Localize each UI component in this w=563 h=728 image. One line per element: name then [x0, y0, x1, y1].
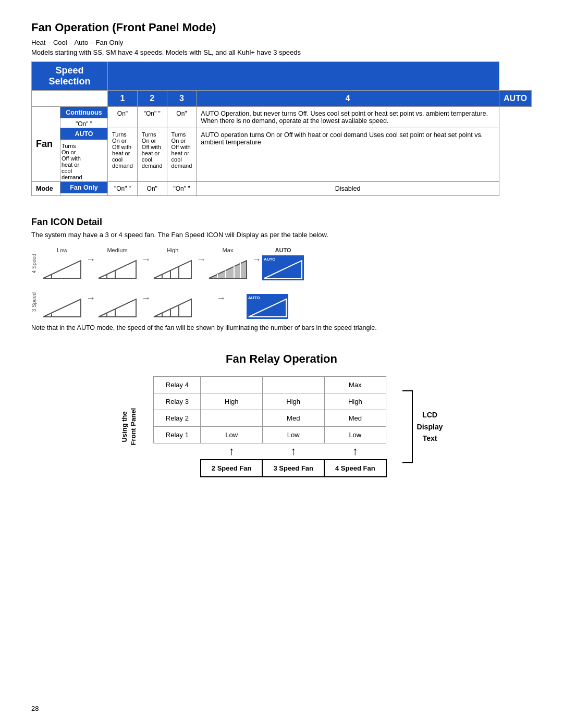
col-header-3: 3 — [167, 91, 197, 107]
relay3-col4: High — [324, 393, 386, 410]
fan-relay-title: Fan Relay Operation — [31, 352, 532, 366]
relay-row-3: Relay 3 High High High — [154, 393, 386, 410]
svg-marker-5 — [154, 261, 191, 278]
relay-row-1: Relay 1 Low Low Low — [154, 427, 386, 443]
relay2-label: Relay 2 — [154, 410, 201, 427]
fan-icon-description: The system may have a 3 or 4 speed fan. … — [31, 231, 532, 239]
fan-row-label: Fan — [32, 107, 60, 182]
fan-only-cell: Fan Only — [60, 182, 107, 196]
fan-icon-note: Note that in the AUTO mode, the speed of… — [31, 324, 532, 331]
relay1-label: Relay 1 — [154, 427, 201, 443]
auto-label-cell: AUTO TurnsOn orOff withheat orcooldemand — [60, 128, 107, 182]
fan-relay-section: Fan Relay Operation Using theFront Panel… — [31, 352, 532, 477]
fan-icon-high — [152, 255, 193, 280]
relay4-col3 — [262, 377, 324, 393]
speed-low-item: Low — [41, 247, 83, 280]
3speed-medium-item: Med — [96, 286, 138, 319]
relay-right-label: LCD Display Text — [417, 409, 443, 444]
relay1-col3: Low — [262, 427, 324, 443]
relay-left-label: Using theFront Panel — [120, 408, 138, 446]
4-speed-row: 4 Speed Low → Medium — [31, 247, 532, 280]
svg-marker-9 — [209, 261, 247, 278]
mode-label: Mode — [32, 182, 60, 196]
relay2-col3: Med — [262, 410, 324, 427]
relay-bracket — [402, 390, 413, 463]
3speed-low-item: Low — [41, 286, 83, 319]
relay3-col3: High — [262, 393, 324, 410]
speed-selection-header: Speed Selection — [32, 62, 108, 91]
3-speed-row: 3 Speed Low → Med — [31, 286, 532, 319]
col-header-4: 4 — [197, 91, 499, 107]
3fan-icon-high — [152, 294, 193, 319]
relay-table: Relay 4 Max Relay 3 High High High Relay… — [153, 376, 386, 477]
col-3-speed-fan: 3 Speed Fan — [262, 460, 324, 477]
fan-icon-section: Fan ICON Detail The system may have a 3 … — [31, 217, 532, 331]
continuous-label-cell: Continuous "On" " — [60, 107, 107, 128]
svg-marker-24 — [249, 299, 286, 317]
speed-selection-table: Speed Selection 1 2 3 4 AUTO Fan Continu… — [31, 61, 532, 196]
3-speed-label: 3 Speed — [31, 292, 37, 312]
svg-marker-20 — [154, 299, 191, 317]
relay1-col2: Low — [201, 427, 263, 443]
fan-icon-medium — [96, 255, 138, 280]
svg-marker-14 — [264, 261, 302, 278]
relay2-col4: Med — [324, 410, 386, 427]
auto-auto-col: AUTO operation turns On or Off with heat… — [197, 128, 499, 182]
fan-icon-max — [207, 255, 249, 280]
svg-marker-17 — [99, 299, 136, 317]
relay-row-4: Relay 4 Max — [154, 377, 386, 393]
subtitle2: Models starting with SS, SM have 4 speed… — [31, 48, 532, 56]
relay4-label: Relay 4 — [154, 377, 201, 393]
relay2-col2 — [201, 410, 263, 427]
relay4-col4: Max — [324, 377, 386, 393]
relay-row-2: Relay 2 Med Med — [154, 410, 386, 427]
fan-icon-low — [41, 255, 83, 280]
col-header-2: 2 — [137, 91, 167, 107]
3fan-icon-medium — [96, 294, 138, 319]
auto-col4: TurnsOn orOff withheat orcooldemand — [167, 128, 197, 182]
3speed-auto-item: AUTO AUTO — [247, 286, 288, 319]
svg-marker-2 — [99, 261, 136, 278]
4-speed-label: 4 Speed — [31, 254, 37, 273]
fan-only-col3: On" — [137, 182, 167, 196]
svg-marker-0 — [43, 261, 81, 278]
speed-max-item: Max — [207, 247, 249, 280]
continuous-col4: On" — [167, 107, 197, 128]
col-header-1: 1 — [108, 91, 138, 107]
fan-only-auto: Disabled — [197, 182, 499, 196]
fan-only-col4: "On" " — [167, 182, 197, 196]
subtitle1: Heat – Cool – Auto – Fan Only — [31, 39, 532, 46]
continuous-auto-col: AUTO Operation, but never turns Off. Use… — [197, 107, 499, 128]
relay1-col4: Low — [324, 427, 386, 443]
page-number: 28 — [31, 705, 39, 712]
speed-auto-item: AUTO AUTO — [262, 247, 304, 280]
relay-col-header-row: 2 Speed Fan 3 Speed Fan 4 Speed Fan — [154, 460, 386, 477]
svg-marker-15 — [43, 299, 81, 317]
relay3-col2: High — [201, 393, 263, 410]
fan-icon-title: Fan ICON Detail — [31, 217, 532, 228]
3fan-icon-low — [41, 294, 83, 319]
speed-medium-item: Medium — [96, 247, 138, 280]
speed-high-item: High — [152, 247, 193, 280]
fan-only-col2: "On" " — [108, 182, 138, 196]
continuous-col3: "On" " — [137, 107, 167, 128]
col-4-speed-fan: 4 Speed Fan — [324, 460, 386, 477]
auto-col3: TurnsOn orOff withheat orcooldemand — [137, 128, 167, 182]
relay3-label: Relay 3 — [154, 393, 201, 410]
col-2-speed-fan: 2 Speed Fan — [201, 460, 263, 477]
3speed-high-item: High — [152, 286, 193, 319]
col-header-auto: AUTO — [499, 91, 531, 107]
auto-col2: TurnsOn orOff withheat orcooldemand — [108, 128, 138, 182]
relay-arrow-row: ↑ ↑ ↑ — [154, 443, 386, 460]
fan-operation-title: Fan Operation (Front Panel Mode) — [31, 21, 532, 34]
continuous-col2: On" — [108, 107, 138, 128]
relay4-col2 — [201, 377, 263, 393]
